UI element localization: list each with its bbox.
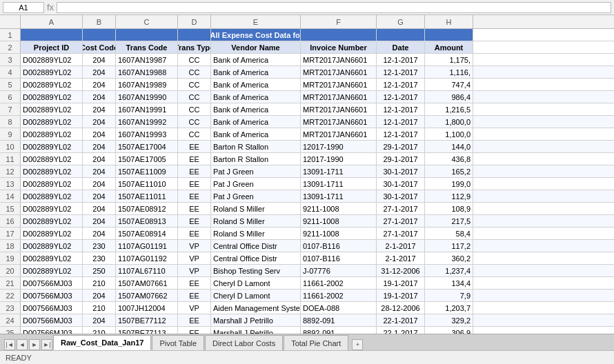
cell-project-id[interactable]: D002889YL02 [21,215,83,227]
cell-amount[interactable]: 134,4 [425,277,473,289]
cell-trans-type[interactable]: VP [178,240,211,252]
sheet-tab-direct-labor[interactable]: Direct Labor Costs [205,335,283,350]
cell-b1[interactable] [83,29,116,41]
cell-project-id[interactable]: D002889YL02 [21,54,83,65]
cell-trans-type[interactable]: CC [178,116,211,128]
cell-header-cost-code[interactable]: Cost Code [83,41,116,53]
cell-cost-code[interactable]: 204 [83,103,116,115]
cell-project-id[interactable]: D002889YL02 [21,178,83,190]
col-header-a[interactable]: A [21,15,83,28]
cell-amount[interactable]: 112,9 [425,190,473,202]
cell-invoice-number[interactable]: MRT2017JAN6601 [301,116,377,128]
cell-date[interactable]: 28-12-2006 [377,302,425,314]
cell-d1[interactable] [178,29,211,41]
cell-trans-type[interactable]: CC [178,79,211,90]
cell-cost-code[interactable]: 204 [83,141,116,152]
cell-trans-code[interactable]: 1507AE11010 [116,178,178,190]
cell-cost-code[interactable]: 250 [83,265,116,276]
cell-trans-type[interactable]: EE [178,290,211,301]
cell-trans-code[interactable]: 1607AN19989 [116,79,178,90]
cell-amount[interactable]: 1,800,0 [425,116,473,128]
cell-cost-code[interactable]: 204 [83,165,116,177]
cell-amount[interactable]: 1,237,4 [425,265,473,276]
cell-invoice-number[interactable]: 9211-1008 [301,228,377,239]
cell-invoice-number[interactable]: J-07776 [301,265,377,276]
cell-invoice-number[interactable]: 0107-B116 [301,252,377,264]
cell-invoice-number[interactable]: 8892-091 [301,327,377,334]
cell-invoice-number[interactable]: 11661-2002 [301,277,377,289]
tab-next-arrow[interactable]: ► [29,339,40,350]
col-header-e[interactable]: E [211,15,301,28]
cell-trans-code[interactable]: 1607AN19993 [116,128,178,140]
name-box[interactable] [3,2,44,13]
cell-cost-code[interactable]: 210 [83,302,116,314]
cell-invoice-number[interactable]: 13091-1711 [301,178,377,190]
cell-amount[interactable]: 7,9 [425,290,473,301]
cell-cost-code[interactable]: 204 [83,116,116,128]
cell-cost-code[interactable]: 204 [83,314,116,326]
cell-trans-code[interactable]: 1607AN19987 [116,54,178,65]
cell-cost-code[interactable]: 204 [83,128,116,140]
cell-project-id[interactable]: D007566MJ03 [21,290,83,301]
cell-trans-type[interactable]: CC [178,91,211,103]
cell-vendor-name[interactable]: Roland S Miller [211,203,301,214]
cell-invoice-number[interactable]: MRT2017JAN6601 [301,54,377,65]
cell-date[interactable]: 12-1-2017 [377,91,425,103]
cell-trans-code[interactable]: 1507BE77113 [116,327,178,334]
cell-invoice-number[interactable]: 0107-B116 [301,240,377,252]
cell-project-id[interactable]: D002889YL02 [21,116,83,128]
cell-date[interactable]: 30-1-2017 [377,190,425,202]
cell-g1[interactable] [377,29,425,41]
cell-trans-code[interactable]: 1507AE17004 [116,141,178,152]
cell-project-id[interactable]: D002889YL02 [21,203,83,214]
cell-trans-type[interactable]: EE [178,215,211,227]
cell-header-vendor-name[interactable]: Vendor Name [211,41,301,53]
cell-project-id[interactable]: D007566MJ03 [21,314,83,326]
cell-vendor-name[interactable]: Bishop Testing Serv [211,265,301,276]
cell-trans-type[interactable]: EE [178,165,211,177]
sheet-tab-pivot-table[interactable]: Pivot Table [152,335,204,350]
cell-date[interactable]: 19-1-2017 [377,290,425,301]
add-sheet-button[interactable]: + [352,339,363,350]
cell-date[interactable]: 27-1-2017 [377,203,425,214]
cell-date[interactable]: 2-1-2017 [377,240,425,252]
cell-cost-code[interactable]: 204 [83,153,116,165]
cell-project-id[interactable]: D002889YL02 [21,165,83,177]
col-header-f[interactable]: F [301,15,377,28]
cell-trans-type[interactable]: VP [178,302,211,314]
cell-trans-code[interactable]: 1507AE08914 [116,228,178,239]
col-header-c[interactable]: C [116,15,178,28]
cell-trans-code[interactable]: 1007JH12004 [116,302,178,314]
cell-cost-code[interactable]: 204 [83,54,116,65]
cell-amount[interactable]: 144,0 [425,141,473,152]
cell-trans-code[interactable]: 1507AM07662 [116,290,178,301]
cell-date[interactable]: 30-1-2017 [377,178,425,190]
cell-project-id[interactable]: D002889YL02 [21,153,83,165]
cell-header-project-id[interactable]: Project ID [21,41,83,53]
cell-project-id[interactable]: D002889YL02 [21,228,83,239]
cell-header-trans-code[interactable]: Trans Code [116,41,178,53]
cell-trans-type[interactable]: CC [178,66,211,78]
cell-amount[interactable]: 199,0 [425,178,473,190]
cell-cost-code[interactable]: 204 [83,190,116,202]
tab-last-arrow[interactable]: ►| [41,339,52,350]
cell-project-id[interactable]: D002889YL02 [21,128,83,140]
cell-amount[interactable]: 1,216,5 [425,103,473,115]
cell-trans-type[interactable]: EE [178,153,211,165]
cell-amount[interactable]: 1,116, [425,66,473,78]
cell-cost-code[interactable]: 204 [83,290,116,301]
cell-trans-type[interactable]: VP [178,265,211,276]
cell-amount[interactable]: 986,4 [425,91,473,103]
cell-date[interactable]: 29-1-2017 [377,141,425,152]
cell-date[interactable]: 22-1-2017 [377,327,425,334]
cell-vendor-name[interactable]: Bank of America [211,79,301,90]
cell-trans-code[interactable]: 1507AE08913 [116,215,178,227]
cell-trans-type[interactable]: EE [178,228,211,239]
cell-e1[interactable]: Sample Data - All Expense Cost Data for … [211,29,301,41]
cell-project-id[interactable]: D002889YL02 [21,66,83,78]
cell-vendor-name[interactable]: Bank of America [211,116,301,128]
cell-trans-code[interactable]: 1107AG01191 [116,240,178,252]
cell-invoice-number[interactable]: 12017-1990 [301,153,377,165]
cell-amount[interactable]: 436,8 [425,153,473,165]
sheet-tab-raw-cost-data[interactable]: Raw_Cost_Data_Jan17 [53,335,151,350]
